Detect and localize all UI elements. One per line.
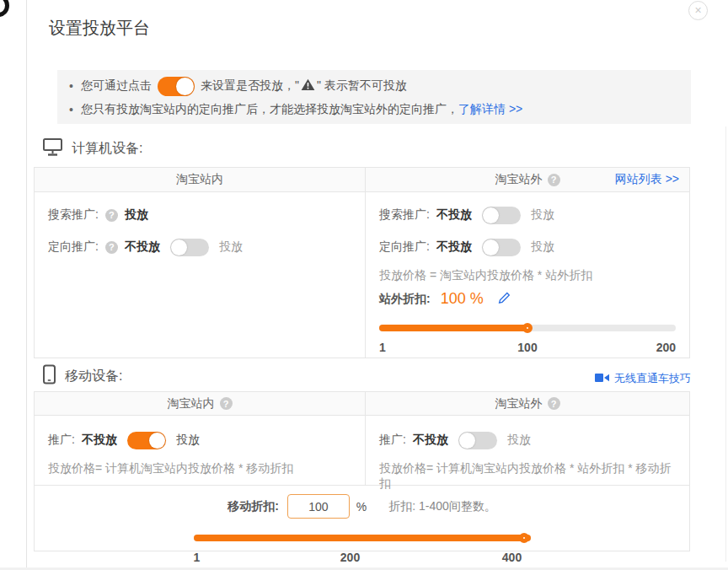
website-list-link[interactable]: 网站列表 >> bbox=[615, 172, 679, 187]
notice-line-1: • 您可通过点击 来设置是否投放，" " 表示暂不可投放 bbox=[69, 74, 679, 98]
help-icon[interactable]: ? bbox=[548, 174, 560, 186]
toggle-on-label: 投放 bbox=[507, 433, 531, 448]
computer-outside-target-toggle[interactable] bbox=[482, 239, 521, 256]
page-title: 设置投放平台 bbox=[49, 17, 150, 40]
monitor-icon bbox=[42, 137, 63, 160]
mobile-outside-header: 淘宝站外 ? bbox=[365, 392, 689, 415]
toggle-knob bbox=[176, 78, 194, 95]
computer-inside-header-label: 淘宝站内 bbox=[176, 172, 223, 187]
search-promo-label: 搜索推广: bbox=[48, 207, 99, 223]
mobile-slider-scale: 1 200 400 bbox=[194, 551, 531, 566]
mobile-outside-cell: 推广: 不投放 投放 投放价格= 计算机淘宝站内投放价格 * 站外折扣 * 移动… bbox=[365, 416, 689, 485]
mobile-section-title: 移动设备: bbox=[65, 368, 122, 385]
mobile-outside-toggle[interactable] bbox=[458, 432, 497, 449]
mobile-table: 淘宝站内 ? 淘宝站外 ? 推广: 不投放 投放 投放价格= 计算机淘宝站内投放… bbox=[34, 391, 690, 551]
notice-text-2: 您只有投放淘宝站内的定向推广后，才能选择投放淘宝站外的定向推广， bbox=[81, 102, 458, 117]
close-button[interactable]: × bbox=[688, 1, 708, 20]
computer-inside-search-row: 搜索推广: ? 投放 bbox=[48, 201, 351, 229]
computer-outside-target-row: 定向推广: 不投放 投放 bbox=[379, 233, 676, 261]
close-icon: × bbox=[694, 3, 701, 17]
outside-discount-line: 站外折扣: 100 % bbox=[379, 290, 676, 308]
mobile-discount-row: 移动折扣: % 折扣: 1-400间整数。 1 200 400 bbox=[35, 486, 689, 566]
dialog-right-border bbox=[725, 126, 726, 562]
scale-mid: 100 bbox=[517, 341, 537, 354]
computer-table: 淘宝站内 淘宝站外 ? 网站列表 >> 搜索推广: ? 投放 定向推广: ? 不… bbox=[34, 167, 690, 358]
mobile-outside-formula: 投放价格= 计算机淘宝站内投放价格 * 站外折扣 * 移动折扣 bbox=[379, 461, 676, 492]
toggle-on-label: 投放 bbox=[219, 239, 243, 255]
target-promo-label: 定向推广: bbox=[48, 239, 99, 255]
mobile-discount-input[interactable] bbox=[287, 494, 350, 519]
example-toggle[interactable] bbox=[158, 77, 195, 96]
mobile-discount-slider[interactable] bbox=[194, 530, 531, 546]
computer-outside-header-label: 淘宝站外 bbox=[495, 172, 543, 187]
mobile-outside-header-label: 淘宝站外 bbox=[495, 396, 543, 411]
mobile-section-header: 移动设备: bbox=[42, 364, 122, 388]
mobile-table-header: 淘宝站内 ? 淘宝站外 ? bbox=[35, 392, 689, 416]
mobile-discount-unit: % bbox=[356, 500, 367, 514]
computer-table-header: 淘宝站内 淘宝站外 ? 网站列表 >> bbox=[35, 168, 689, 192]
help-icon[interactable]: ? bbox=[105, 241, 118, 254]
promo-label: 推广: bbox=[48, 433, 75, 448]
outside-discount-label: 站外折扣: bbox=[379, 292, 431, 307]
edit-pencil-icon[interactable] bbox=[497, 291, 511, 307]
computer-section-header: 计算机设备: bbox=[42, 137, 142, 160]
help-icon[interactable]: ? bbox=[105, 209, 118, 222]
wireless-tips-link[interactable]: 无线直通车技巧 bbox=[595, 371, 691, 386]
scale-max: 200 bbox=[656, 341, 676, 354]
outside-discount-value: 100 % bbox=[441, 290, 484, 308]
scale-mid: 200 bbox=[340, 551, 360, 564]
toggle-knob bbox=[171, 239, 187, 255]
computer-section-title: 计算机设备: bbox=[72, 140, 142, 158]
outside-price-formula: 投放价格 = 淘宝站内投放价格 * 站外折扣 bbox=[379, 268, 676, 283]
target-promo-status: 不投放 bbox=[436, 239, 472, 255]
toggle-knob bbox=[459, 433, 475, 449]
computer-outside-cell: 搜索推广: 不投放 投放 定向推广: 不投放 投放 投放价格 = 淘宝站内投放价… bbox=[365, 192, 689, 358]
computer-inside-target-row: 定向推广: ? 不投放 投放 bbox=[48, 233, 351, 261]
toggle-knob bbox=[483, 239, 499, 255]
slider-handle[interactable] bbox=[522, 323, 533, 333]
toggle-on-label: 投放 bbox=[531, 239, 554, 255]
outside-discount-slider[interactable] bbox=[379, 320, 676, 336]
help-icon[interactable]: ? bbox=[548, 397, 560, 410]
computer-inside-cell: 搜索推广: ? 投放 定向推广: ? 不投放 投放 bbox=[35, 192, 365, 358]
set-platform-dialog: 设置投放平台 × • 您可通过点击 来设置是否投放，" " 表示暂不可投放 • … bbox=[0, 0, 728, 570]
wireless-tips-label: 无线直通车技巧 bbox=[614, 371, 691, 386]
target-promo-status: 不投放 bbox=[125, 239, 160, 255]
promo-label: 推广: bbox=[379, 433, 406, 448]
outside-slider-scale: 1 100 200 bbox=[379, 341, 676, 356]
phone-icon bbox=[42, 364, 56, 388]
notice-text-after-warning: " 表示暂不可投放 bbox=[317, 78, 407, 94]
bullet-icon: • bbox=[69, 79, 81, 93]
toggle-knob bbox=[149, 433, 165, 449]
computer-inside-target-toggle[interactable] bbox=[170, 239, 209, 256]
slider-fill bbox=[194, 535, 531, 541]
notice-text-after-toggle: 来设置是否投放，" bbox=[201, 78, 299, 94]
mobile-outside-promo-row: 推广: 不投放 投放 bbox=[379, 426, 676, 454]
toggle-on-label: 投放 bbox=[176, 433, 200, 448]
mobile-discount-hint: 折扣: 1-400间整数。 bbox=[388, 499, 496, 514]
computer-outside-search-toggle[interactable] bbox=[482, 207, 521, 224]
slider-handle[interactable] bbox=[519, 533, 529, 543]
bullet-icon: • bbox=[69, 103, 81, 116]
mobile-discount-label: 移动折扣: bbox=[228, 499, 279, 514]
promo-status: 不投放 bbox=[82, 433, 117, 448]
computer-inside-header: 淘宝站内 bbox=[35, 168, 365, 191]
help-icon[interactable]: ? bbox=[220, 397, 233, 410]
scale-min: 1 bbox=[194, 551, 201, 564]
search-promo-status: 投放 bbox=[125, 207, 148, 223]
computer-outside-search-row: 搜索推广: 不投放 投放 bbox=[379, 201, 676, 229]
mobile-inside-toggle[interactable] bbox=[127, 432, 166, 449]
warning-icon bbox=[301, 78, 315, 94]
mobile-inside-header: 淘宝站内 ? bbox=[35, 392, 365, 415]
learn-more-link[interactable]: 了解详情 >> bbox=[458, 102, 522, 117]
slider-fill bbox=[379, 325, 527, 331]
video-icon bbox=[595, 372, 610, 386]
promo-status: 不投放 bbox=[413, 433, 448, 448]
notice-box: • 您可通过点击 来设置是否投放，" " 表示暂不可投放 • 您只有投放淘宝站内… bbox=[57, 70, 691, 124]
mobile-inside-cell: 推广: 不投放 投放 投放价格= 计算机淘宝站内投放价格 * 移动折扣 bbox=[35, 416, 365, 485]
search-promo-status: 不投放 bbox=[436, 207, 472, 223]
scale-max: 400 bbox=[502, 551, 522, 564]
notice-line-2: • 您只有投放淘宝站内的定向推广后，才能选择投放淘宝站外的定向推广， 了解详情 … bbox=[69, 98, 679, 121]
scale-min: 1 bbox=[379, 341, 386, 354]
mobile-inside-promo-row: 推广: 不投放 投放 bbox=[48, 426, 351, 454]
